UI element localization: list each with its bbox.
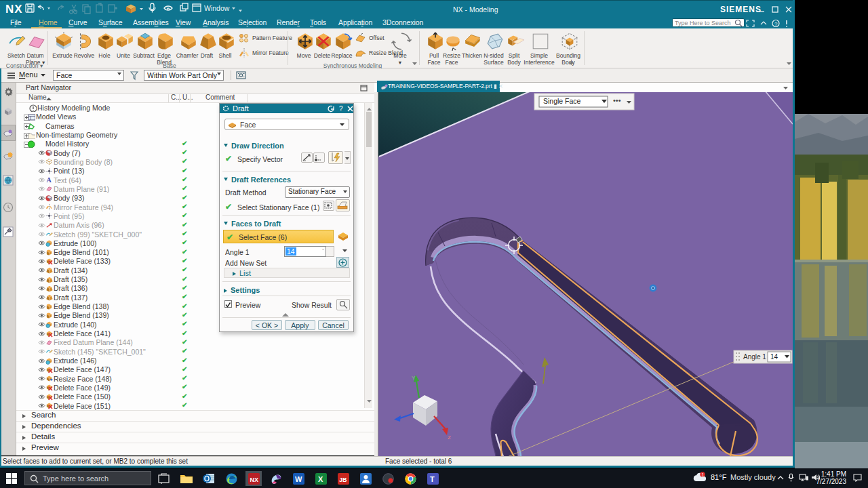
svg-text:Single Face: Single Face [543, 97, 581, 105]
svg-text:•••: ••• [613, 96, 621, 104]
svg-text:?: ? [339, 105, 343, 113]
svg-text:?: ? [774, 21, 778, 27]
svg-text:14: 14 [770, 353, 778, 361]
svg-text:Window: Window [204, 4, 230, 12]
svg-text:1: 1 [702, 472, 705, 477]
svg-text:JB: JB [339, 476, 347, 483]
svg-text:Y: Y [412, 375, 416, 381]
svg-text:A: A [46, 176, 52, 184]
svg-text:Angle 1: Angle 1 [743, 353, 766, 361]
svg-text:NX: NX [250, 476, 259, 483]
svg-text:W: W [295, 475, 302, 483]
svg-text:X: X [318, 475, 323, 483]
svg-text:Z: Z [448, 434, 451, 441]
svg-text:T: T [430, 475, 435, 483]
